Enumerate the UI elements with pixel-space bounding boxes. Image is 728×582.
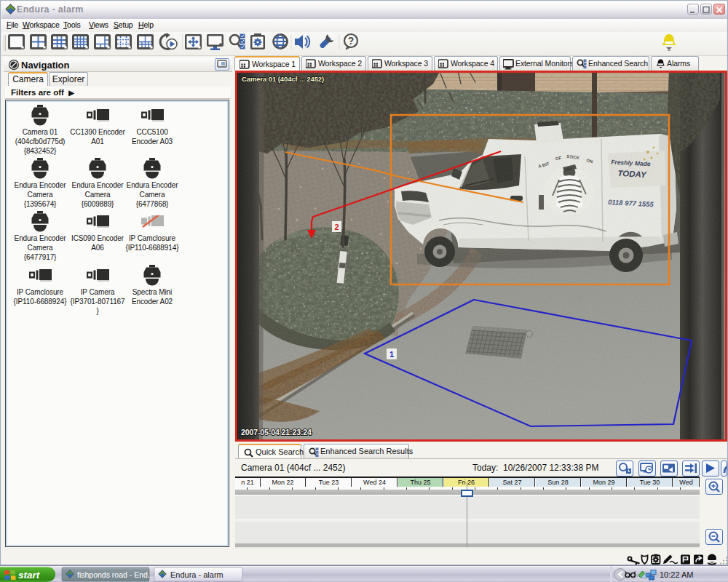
svg-text:Endura - alarm: Endura - alarm [170,570,223,579]
svg-text:fishponds road - End...: fishponds road - End... [77,570,154,579]
svg-text:2: 2 [334,223,339,231]
svg-text:10:22 AM: 10:22 AM [660,570,693,579]
svg-text:1: 1 [389,350,394,359]
svg-text:2007-05-04 21:23:24: 2007-05-04 21:23:24 [241,428,312,436]
svg-text:?: ? [348,35,355,47]
svg-text:Camera 01 (404cf ... 2452): Camera 01 (404cf ... 2452) [242,75,324,83]
svg-text:start: start [18,570,40,581]
